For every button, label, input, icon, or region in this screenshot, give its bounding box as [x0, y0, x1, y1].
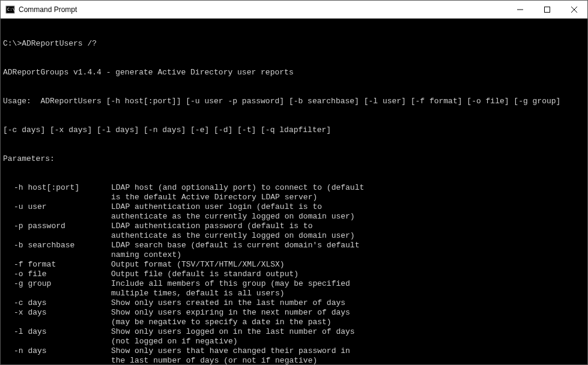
param-row: -l daysShow only users logged on in the …: [3, 327, 585, 337]
close-button[interactable]: [560, 1, 587, 18]
param-row: -u userLDAP authentication user login (d…: [3, 202, 585, 212]
terminal-line: [-c days] [-x days] [-l days] [-n days] …: [3, 125, 585, 135]
terminal-line: C:\>ADReportUsers /?: [3, 39, 585, 49]
titlebar[interactable]: C:\ Command Prompt: [1, 1, 587, 19]
param-desc-continuation: (not logged on if negative): [3, 337, 585, 346]
prompt-text: C:\>: [3, 39, 22, 48]
terminal-output[interactable]: C:\>ADReportUsers /? ADReportGroups v1.4…: [1, 19, 587, 364]
param-desc: LDAP authentication password (default is…: [111, 222, 585, 231]
param-flag: -h host[:port]: [3, 183, 111, 193]
param-desc: Show only users created in the last numb…: [111, 298, 585, 308]
param-desc-continuation: multiple times, default is all users): [3, 289, 585, 298]
svg-rect-3: [544, 7, 550, 12]
param-desc: Show only users that have changed their …: [111, 346, 585, 356]
param-desc-continuation: is the default Active Directory LDAP ser…: [3, 193, 585, 202]
param-row: -b searchbaseLDAP search base (default i…: [3, 241, 585, 250]
terminal-line: Parameters:: [3, 154, 585, 164]
param-flag: -x days: [3, 308, 111, 318]
param-desc: Show only users expiring in the next num…: [111, 308, 585, 318]
param-desc: LDAP search base (default is current dom…: [111, 241, 585, 250]
maximize-button[interactable]: [533, 1, 560, 18]
param-desc: Output file (default is standard output): [111, 270, 585, 279]
param-desc-continuation: the last number of days (or not if negat…: [3, 356, 585, 364]
param-row: -x daysShow only users expiring in the n…: [3, 308, 585, 318]
param-desc: LDAP authentication user login (default …: [111, 202, 585, 212]
minimize-button[interactable]: [506, 1, 533, 18]
param-desc-continuation: naming context): [3, 250, 585, 260]
terminal-line: Usage: ADReportUsers [-h host[:port]] [-…: [3, 97, 585, 106]
cmd-icon: C:\: [5, 5, 15, 14]
svg-text:C:\: C:\: [7, 7, 15, 12]
param-desc-continuation: authenticate as the currently logged on …: [3, 212, 585, 222]
param-flag: -p password: [3, 222, 111, 231]
param-row: -g groupInclude all members of this grou…: [3, 279, 585, 289]
param-flag: -f format: [3, 260, 111, 270]
param-desc: Include all members of this group (may b…: [111, 279, 585, 289]
param-flag: -o file: [3, 270, 111, 279]
param-row: -h host[:port]LDAP host (and optionally …: [3, 183, 585, 193]
window-controls: [506, 1, 587, 18]
param-flag: -g group: [3, 279, 111, 289]
param-flag: -c days: [3, 298, 111, 308]
param-flag: -b searchbase: [3, 241, 111, 250]
param-row: -c daysShow only users created in the la…: [3, 298, 585, 308]
param-row: -n daysShow only users that have changed…: [3, 346, 585, 356]
param-row: -p passwordLDAP authentication password …: [3, 222, 585, 231]
param-desc: LDAP host (and optionally port) to conne…: [111, 183, 585, 193]
command-text: ADReportUsers /?: [22, 39, 97, 48]
param-flag: -n days: [3, 346, 111, 356]
param-desc-continuation: authenticate as the currently logged on …: [3, 231, 585, 241]
param-flag: -l days: [3, 327, 111, 337]
window-title: Command Prompt: [19, 5, 506, 14]
param-row: -o fileOutput file (default is standard …: [3, 270, 585, 279]
param-flag: -u user: [3, 202, 111, 212]
terminal-line: ADReportGroups v1.4.4 - generate Active …: [3, 68, 585, 77]
param-desc: Output format (TSV/TXT/HTML/XML/XLSX): [111, 260, 585, 270]
param-desc-continuation: (may be negative to specify a date in th…: [3, 318, 585, 327]
param-row: -f formatOutput format (TSV/TXT/HTML/XML…: [3, 260, 585, 270]
command-prompt-window: C:\ Command Prompt C:\>ADReportUsers /? …: [0, 0, 588, 365]
param-desc: Show only users logged on in the last nu…: [111, 327, 585, 337]
